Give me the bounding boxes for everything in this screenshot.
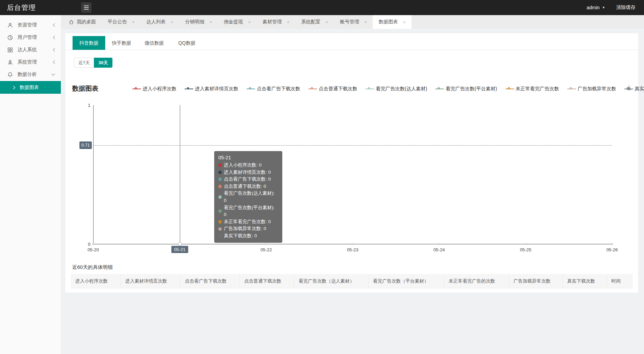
last-30-days-button[interactable]: 30天 — [94, 58, 112, 68]
sidebar-item-data-analysis[interactable]: 数据分析 — [0, 68, 61, 81]
close-icon[interactable]: × — [132, 20, 135, 25]
tooltip-row-text: 看完广告次数(达人素材): 0 — [224, 190, 278, 204]
tab-wechat-data[interactable]: 微信数据 — [138, 36, 171, 50]
tooltip-row-text: 未正常看完广告次数: 0 — [224, 218, 271, 226]
clear-cache-button[interactable]: 清除缓存 — [616, 4, 635, 11]
markline-dashed — [93, 145, 612, 146]
close-icon[interactable]: × — [287, 20, 290, 25]
detail-table-header: 进入小程序次数进入素材详情页次数点击看广告下载次数点击普通下载次数看完广告次数（… — [71, 274, 633, 288]
chevron-down-icon — [51, 73, 55, 76]
legend-line-symbol — [435, 87, 444, 91]
tooltip-row: 看完广告次数(平台素材): 0 — [218, 204, 278, 218]
tab-label: 平台公告 — [108, 19, 127, 25]
x-axis-label: 05-22 — [260, 247, 272, 252]
tab-platform-announcement[interactable]: 平台公告× — [102, 15, 141, 29]
caret-down-icon: ▼ — [602, 6, 605, 9]
data-point — [438, 243, 440, 245]
data-point — [352, 243, 354, 245]
legend-item-enter-material-detail[interactable]: 进入素材详情页次数 — [185, 86, 238, 92]
app-header: 后台管理 admin ▼ 清除缓存 — [0, 0, 644, 15]
arrow-right-icon — [13, 85, 16, 90]
close-icon[interactable]: × — [364, 20, 367, 25]
chevron-left-icon — [52, 23, 55, 27]
legend-label: 真实下载次数 — [635, 86, 644, 92]
last-7-days-button[interactable]: 近7天 — [74, 58, 94, 68]
legend-label: 点击普通下载次数 — [319, 86, 357, 92]
sidebar-subitem-data-chart[interactable]: 数据图表 — [0, 81, 61, 94]
tooltip-row-text: 看完广告次数(平台素材): 0 — [224, 204, 278, 218]
tab-label: 账号管理 — [340, 19, 359, 25]
user-menu[interactable]: admin ▼ — [587, 5, 605, 10]
tab-account-management[interactable]: 账号管理× — [334, 15, 373, 29]
tab-douyin-data[interactable]: 抖音数据 — [73, 36, 105, 50]
sidebar: 资源管理用户管理达人系统系统管理数据分析数据图表 — [0, 15, 61, 354]
tab-qq-data[interactable]: QQ数据 — [171, 36, 203, 50]
x-axis-label: 05-20 — [87, 247, 99, 252]
close-icon[interactable]: × — [209, 20, 212, 25]
tab-label: 佣金提现 — [224, 19, 243, 25]
menu-toggle-button[interactable] — [81, 2, 91, 13]
x-axis-label: 05-25 — [520, 247, 531, 252]
y-axis-label: 0 — [70, 242, 90, 247]
download-button[interactable] — [626, 85, 632, 91]
tab-bar: 我的桌面平台公告×达人列表×分销明细×佣金提现×素材管理×系统配置×账号管理×数… — [61, 15, 644, 29]
chevron-left-icon — [52, 60, 55, 64]
series-dot — [218, 163, 222, 167]
legend-line-symbol — [247, 87, 255, 91]
tab-distribution-detail[interactable]: 分销明细× — [179, 15, 218, 29]
tab-commission-withdraw[interactable]: 佣金提现× — [218, 15, 257, 29]
x-axis-label: 05-26 — [606, 247, 618, 252]
legend-label: 进入小程序次数 — [143, 86, 176, 92]
legend-label: 看完广告次数(平台素材) — [446, 86, 497, 92]
download-icon — [626, 85, 632, 91]
tooltip-row-text: 进入小程序次数: 0 — [224, 162, 262, 169]
y-axis-line — [93, 105, 94, 244]
series-dot — [218, 227, 222, 231]
legend-item-ad-load-error[interactable]: 广告加载异常次数 — [567, 86, 616, 92]
legend-item-abnormal-watch[interactable]: 未正常看完广告次数 — [505, 86, 559, 92]
close-icon[interactable]: × — [403, 20, 406, 25]
sidebar-item-system-management[interactable]: 系统管理 — [0, 56, 61, 68]
close-icon[interactable]: × — [171, 20, 174, 25]
series-dot — [218, 209, 222, 213]
home-icon — [69, 20, 74, 25]
tab-expert-list[interactable]: 达人列表× — [141, 15, 179, 29]
main-panel: 抖音数据快手数据微信数据QQ数据 近7天30天 数据图表 进入小程序次数进入素材… — [65, 33, 638, 293]
tab-system-config[interactable]: 系统配置× — [295, 15, 334, 29]
chevron-left-icon — [52, 48, 55, 52]
tooltip-row: 进入素材详情页次数: 0 — [218, 169, 278, 176]
column-header-click-ad-download: 点击看广告下载次数 — [181, 274, 240, 288]
chevron-left-icon — [52, 35, 55, 39]
x-axis-label: 05-23 — [347, 247, 358, 252]
column-header-abnormal-watch: 未正常看完广告的次数 — [444, 274, 509, 288]
column-header-enter-miniprogram: 进入小程序次数 — [71, 274, 121, 288]
range-button-group: 近7天30天 — [74, 58, 112, 68]
close-icon[interactable]: × — [326, 20, 328, 25]
menu-icon — [84, 5, 89, 6]
legend-item-click-normal-download[interactable]: 点击普通下载次数 — [308, 86, 357, 92]
grid-icon — [7, 47, 13, 53]
app-title: 后台管理 — [7, 3, 36, 12]
tab-my-desktop[interactable]: 我的桌面 — [63, 15, 102, 29]
series-dot — [218, 171, 222, 174]
sidebar-item-resource-management[interactable]: 资源管理 — [0, 19, 61, 31]
close-icon[interactable]: × — [248, 20, 251, 25]
legend-label: 进入素材详情页次数 — [195, 86, 238, 92]
data-point — [525, 243, 527, 245]
legend-item-enter-miniprogram[interactable]: 进入小程序次数 — [132, 86, 176, 92]
tooltip-row-text: 点击看广告下载次数: 0 — [224, 176, 271, 183]
user-icon — [7, 22, 13, 28]
tab-kuaishou-data[interactable]: 快手数据 — [105, 36, 138, 50]
sidebar-item-user-management[interactable]: 用户管理 — [0, 31, 61, 44]
legend-item-click-ad-download[interactable]: 点击看广告下载次数 — [247, 86, 300, 92]
legend-item-watch-ad-expert[interactable]: 看完广告次数(达人素材) — [365, 86, 427, 92]
legend-item-watch-ad-platform[interactable]: 看完广告次数(平台素材) — [435, 86, 497, 92]
tooltip-row-text: 真实下载次数: 0 — [224, 232, 257, 240]
sidebar-item-expert-system[interactable]: 达人系统 — [0, 44, 61, 56]
tab-label: 数据图表 — [379, 19, 398, 25]
series-dot — [218, 178, 222, 181]
sidebar-item-label: 系统管理 — [18, 59, 37, 65]
tab-material-management[interactable]: 素材管理× — [256, 15, 295, 29]
tab-data-chart[interactable]: 数据图表× — [373, 15, 412, 29]
tooltip-row: 看完广告次数(达人素材): 0 — [218, 190, 278, 204]
